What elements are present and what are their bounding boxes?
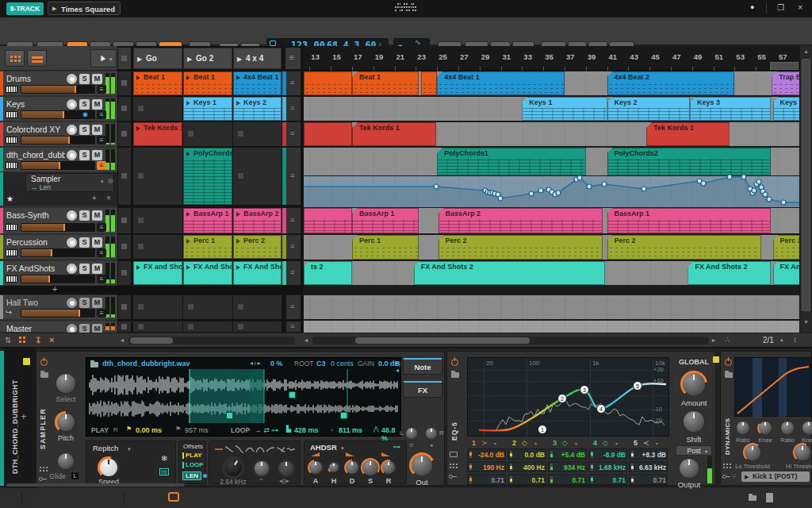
arranger-clip[interactable]: Perc 2	[439, 235, 603, 260]
device-panel-toggle-icon[interactable]	[168, 492, 179, 502]
track-menu-button[interactable]: ≡	[97, 161, 106, 170]
track-row-percussion[interactable]: PercussionSM≡	[0, 235, 117, 259]
track-row-keys[interactable]: KeysSM≡	[0, 97, 117, 121]
pan-r-knob[interactable]	[424, 426, 439, 441]
eq-band-shape-icon[interactable]: ≻	[481, 439, 488, 447]
track-menu-button[interactable]: ≡	[97, 275, 106, 283]
launcher-clip[interactable]: FX And Sho...	[233, 261, 282, 285]
launcher-clip[interactable]: Perc 1	[183, 235, 232, 259]
sample-display[interactable]: dth_chord_dubbright.wav◂ ı ▸0 %ROOTC30 c…	[86, 357, 401, 437]
lo-threshold-knob[interactable]	[743, 443, 762, 462]
dyn-ratio-knob[interactable]	[735, 420, 751, 436]
launcher-clip[interactable]: Keys 2	[233, 97, 282, 121]
project-tab[interactable]: ▶ Times Squared ×	[48, 2, 121, 15]
dyn-knee-knob[interactable]	[757, 420, 773, 436]
track-menu-button[interactable]: ≡	[97, 85, 106, 94]
record-arm-button[interactable]	[67, 150, 77, 160]
eq-gain-cell[interactable]: +5.4 dB	[548, 448, 587, 460]
output-knob[interactable]	[677, 456, 701, 480]
launcher-slot-empty[interactable]	[133, 148, 182, 205]
eq-band-number[interactable]: 1	[472, 439, 476, 447]
scroll-right-icon[interactable]: ▸	[712, 337, 715, 344]
delete-scene-icon[interactable]: ×	[49, 335, 54, 344]
mute-button[interactable]: M	[92, 264, 102, 274]
filter-freq-knob[interactable]	[222, 456, 244, 479]
fit-vertical-icon[interactable]: ↕	[793, 335, 797, 344]
clip-stop-button[interactable]	[118, 261, 131, 285]
launcher-slot-empty[interactable]	[233, 295, 282, 319]
sample-marker-handle[interactable]	[289, 391, 296, 398]
record-arm-button[interactable]	[67, 237, 77, 248]
browser-file-icon[interactable]	[766, 493, 773, 502]
arranger-clip[interactable]: 4x4 Beat 1	[437, 71, 565, 95]
eq-freq-cell[interactable]: 190 Hz	[467, 461, 506, 472]
velocity-icon[interactable]: ⊙	[409, 442, 414, 448]
arranger-clip[interactable]: Keys 2	[607, 97, 691, 121]
volume-fader[interactable]	[21, 275, 95, 283]
scene-menu-header[interactable]: ≡	[285, 48, 301, 69]
arranger-clip[interactable]: FX And Shots 2	[688, 261, 771, 285]
eq-freq-cell[interactable]: 934 Hz	[548, 461, 587, 472]
launcher-clip[interactable]: Beat 1	[133, 71, 182, 95]
arranger-clip[interactable]: BassArp 1	[607, 208, 771, 233]
volume-fader[interactable]	[21, 309, 95, 318]
env-h-knob[interactable]	[327, 461, 340, 474]
solo-button[interactable]: S	[79, 150, 90, 160]
launcher-row-menu[interactable]: ≡	[286, 295, 301, 319]
eq-q-cell[interactable]: 0.71	[467, 474, 506, 485]
pitch-knob[interactable]	[55, 411, 77, 433]
device-power-icon[interactable]	[725, 358, 733, 366]
launcher-slot-empty[interactable]	[233, 148, 282, 205]
volume-fader[interactable]	[21, 223, 95, 232]
launcher-slot-empty[interactable]	[183, 295, 232, 319]
launcher-clip[interactable]: PolyChords1	[183, 148, 232, 205]
env-r-knob[interactable]	[381, 460, 396, 475]
chevron-down-icon[interactable]: ▾	[494, 441, 496, 446]
eq-band-shape-icon[interactable]: ≺	[643, 439, 649, 447]
env-a-knob[interactable]	[308, 460, 324, 475]
launcher-row-menu[interactable]: ≡	[286, 97, 301, 121]
arranger-clip[interactable]: Perc 2	[607, 235, 761, 260]
clip-stop-button[interactable]	[118, 235, 131, 259]
track-menu-button[interactable]: ≡	[97, 223, 106, 232]
arranger-clip[interactable]: PolyChords2	[607, 148, 771, 175]
arranger-clip[interactable]: PolyChords1	[437, 148, 586, 175]
chevron-down-icon[interactable]: ▾	[656, 441, 658, 446]
scene-play-icon[interactable]: ▶	[187, 56, 192, 63]
mute-button[interactable]: M	[92, 74, 102, 84]
sample-marker-handle[interactable]	[340, 412, 347, 419]
scene-play-icon[interactable]: ▶	[137, 56, 142, 63]
arranger-clip[interactable]: Perc 3	[773, 235, 799, 260]
add-device-icon[interactable]: +	[21, 410, 27, 422]
grid-dots-icon[interactable]	[723, 464, 725, 465]
resize-panels-icon[interactable]: ⇅	[5, 336, 11, 344]
add-icon[interactable]: +	[92, 194, 97, 202]
arranger-clip[interactable]: FX And Shots 2	[414, 261, 605, 285]
eq-gain-cell[interactable]: -8.9 dB	[588, 448, 627, 460]
arranger-clip[interactable]: BassArp 1	[352, 208, 419, 233]
post-mode-select[interactable]: Post ▾	[676, 445, 712, 456]
window-icon[interactable]	[450, 452, 458, 457]
record-arm-button[interactable]	[67, 125, 77, 135]
track-menu-button[interactable]: ≡	[97, 248, 106, 257]
filter-mix-knob[interactable]	[278, 460, 295, 477]
stretch-icon[interactable]	[159, 468, 169, 475]
track-row-fx-andshots[interactable]: FX AndShotsSM≡	[0, 261, 117, 285]
arranger-clip[interactable]: FX And	[773, 261, 799, 285]
clip-stop-button[interactable]	[118, 148, 131, 205]
launcher-hscroll-thumb[interactable]	[130, 337, 173, 344]
loop-mode-icons[interactable]: → ⇄ ⊶	[255, 426, 279, 434]
arranger-clip[interactable]	[304, 208, 352, 233]
mute-button[interactable]: M	[92, 125, 102, 135]
filter-res-knob[interactable]	[253, 460, 270, 477]
volume-fader[interactable]	[21, 161, 95, 170]
speed-knob[interactable]	[98, 456, 120, 479]
launcher-row-menu[interactable]: ≡	[286, 321, 301, 332]
eq-gain-cell[interactable]: +8.3 dB	[629, 448, 668, 460]
scene-play-icon[interactable]: ▶	[237, 56, 242, 63]
chevron-down-icon[interactable]: ▾	[341, 445, 344, 452]
launcher-slot-empty[interactable]	[133, 208, 182, 233]
clip-stop-button[interactable]	[118, 295, 131, 319]
arranger-record-mode-icon[interactable]	[270, 40, 276, 46]
launcher-row-menu[interactable]: ≡	[286, 235, 301, 259]
